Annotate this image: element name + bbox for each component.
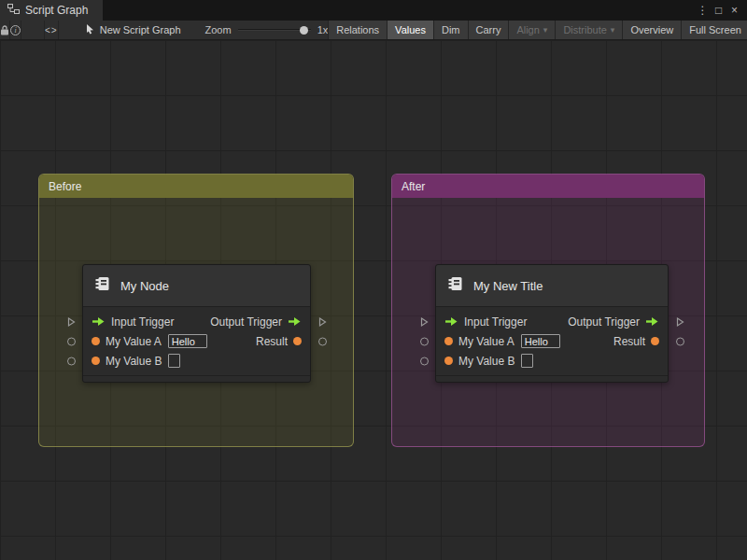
titlebar: Script Graph ⋮ □ × bbox=[0, 0, 747, 21]
node-my-node[interactable]: My Node Input Trigger Output Trigger bbox=[82, 264, 311, 383]
port-label: My Value A bbox=[106, 335, 162, 348]
graph-tab-icon bbox=[7, 4, 20, 17]
port-label: My Value B bbox=[458, 355, 514, 368]
port-label: Output Trigger bbox=[568, 315, 640, 329]
chevron-down-icon: ▾ bbox=[611, 25, 615, 35]
port-label: Input Trigger bbox=[464, 315, 527, 329]
flow-out-port-icon[interactable] bbox=[645, 316, 659, 327]
port-row-value-a: My Value A Result bbox=[436, 331, 668, 351]
graph-name-label: New Script Graph bbox=[100, 24, 181, 35]
value-port-icon[interactable] bbox=[651, 337, 659, 345]
window-controls: ⋮ □ × bbox=[695, 0, 747, 21]
port-label: My Value A bbox=[458, 335, 514, 348]
port-row-value-a: My Value A Result bbox=[83, 331, 310, 351]
cursor-icon bbox=[85, 23, 95, 36]
toolbar-button-fullscreen[interactable]: Full Screen bbox=[681, 21, 747, 39]
port-row-value-b: My Value B bbox=[83, 351, 310, 371]
value-b-input[interactable] bbox=[521, 354, 533, 368]
flow-in-port-icon[interactable] bbox=[92, 316, 106, 327]
external-value-port[interactable] bbox=[67, 337, 76, 345]
port-row-trigger: Input Trigger Output Trigger bbox=[436, 312, 668, 331]
port-row-trigger: Input Trigger Output Trigger bbox=[83, 312, 310, 331]
port-label: Result bbox=[256, 335, 288, 348]
node-body: Input Trigger Output Trigger My Value A … bbox=[83, 307, 310, 375]
unit-icon bbox=[446, 274, 465, 297]
toolbar-button-distribute[interactable]: Distribute ▾ bbox=[555, 21, 622, 39]
value-port-icon[interactable] bbox=[444, 337, 453, 345]
graph-toolbar: i <> New Script Graph Zoom 1x Relations … bbox=[0, 21, 747, 40]
toolbar-buttons: Relations Values Dim Carry Align ▾ Distr… bbox=[328, 21, 747, 39]
graph-name[interactable]: New Script Graph bbox=[85, 21, 181, 39]
node-header[interactable]: My Node bbox=[83, 265, 310, 307]
toolbar-button-dim[interactable]: Dim bbox=[433, 21, 468, 39]
external-value-port[interactable] bbox=[420, 357, 429, 365]
value-a-input[interactable] bbox=[521, 334, 560, 348]
node-header[interactable]: My New Title bbox=[436, 265, 668, 307]
lock-button[interactable] bbox=[0, 21, 10, 39]
kebab-menu-icon[interactable]: ⋮ bbox=[695, 2, 711, 19]
toolbar-button-overview[interactable]: Overview bbox=[622, 21, 681, 39]
chevron-down-icon: ▾ bbox=[543, 25, 548, 35]
node-my-new-title[interactable]: My New Title Input Trigger Output Trigge… bbox=[435, 264, 669, 383]
maximize-icon[interactable]: □ bbox=[711, 2, 726, 19]
toolbar-button-relations[interactable]: Relations bbox=[328, 21, 387, 39]
lock-icon bbox=[0, 25, 9, 35]
node-footer bbox=[436, 375, 668, 382]
group-header[interactable]: After bbox=[392, 175, 704, 198]
port-label: My Value B bbox=[106, 355, 162, 368]
port-label: Result bbox=[613, 335, 645, 348]
zoom-slider-knob[interactable] bbox=[300, 26, 308, 35]
value-port-icon[interactable] bbox=[92, 337, 100, 345]
close-icon[interactable]: × bbox=[726, 2, 742, 19]
graph-canvas[interactable]: Before After My Node bbox=[0, 40, 747, 560]
node-body: Input Trigger Output Trigger My Value A … bbox=[436, 307, 668, 375]
external-flow-port[interactable] bbox=[318, 316, 327, 327]
port-label: Input Trigger bbox=[111, 315, 174, 329]
external-flow-port[interactable] bbox=[67, 316, 76, 327]
external-flow-port[interactable] bbox=[420, 316, 429, 327]
toolbar-button-carry[interactable]: Carry bbox=[468, 21, 509, 39]
toolbar-button-align[interactable]: Align ▾ bbox=[508, 21, 555, 39]
external-value-port[interactable] bbox=[67, 357, 76, 365]
info-icon: i bbox=[10, 25, 21, 35]
info-button[interactable]: i bbox=[10, 21, 21, 39]
zoom-value: 1x bbox=[317, 24, 329, 35]
value-port-icon[interactable] bbox=[293, 337, 302, 345]
code-view-button[interactable]: <> bbox=[44, 21, 59, 39]
port-row-value-b: My Value B bbox=[436, 351, 668, 371]
flow-in-port-icon[interactable] bbox=[444, 316, 458, 327]
node-title: My Node bbox=[120, 279, 169, 293]
external-value-port[interactable] bbox=[420, 337, 429, 345]
value-b-input[interactable] bbox=[168, 354, 180, 368]
node-title: My New Title bbox=[473, 279, 543, 293]
external-flow-port[interactable] bbox=[676, 316, 684, 327]
zoom-label: Zoom bbox=[205, 24, 232, 35]
align-label: Align bbox=[516, 24, 539, 35]
tab-script-graph[interactable]: Script Graph bbox=[0, 0, 103, 21]
zoom-slider[interactable] bbox=[238, 23, 311, 36]
value-a-input[interactable] bbox=[168, 334, 207, 348]
value-port-icon[interactable] bbox=[444, 357, 453, 365]
distribute-label: Distribute bbox=[563, 24, 606, 35]
node-footer bbox=[83, 375, 310, 382]
external-value-port[interactable] bbox=[676, 337, 684, 345]
value-port-icon[interactable] bbox=[92, 357, 100, 365]
script-graph-window: { "window": { "tab_title": "Script Graph… bbox=[0, 0, 747, 560]
flow-out-port-icon[interactable] bbox=[288, 316, 302, 327]
toolbar-button-values[interactable]: Values bbox=[387, 21, 433, 39]
unit-icon bbox=[93, 274, 112, 297]
tab-title: Script Graph bbox=[25, 4, 88, 17]
port-label: Output Trigger bbox=[210, 315, 282, 329]
external-value-port[interactable] bbox=[318, 337, 327, 345]
zoom-control: Zoom 1x bbox=[205, 21, 329, 39]
group-header[interactable]: Before bbox=[39, 175, 353, 198]
